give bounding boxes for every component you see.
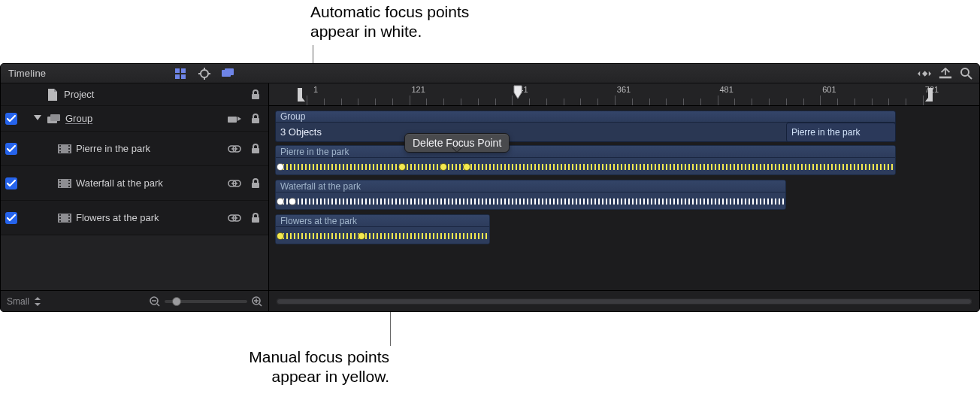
svg-rect-47 bbox=[59, 220, 61, 222]
focus-point-manual[interactable] bbox=[277, 232, 284, 240]
tree-row-clip[interactable]: Flowers at the park bbox=[1, 201, 268, 235]
filmstrip-icon bbox=[58, 142, 71, 156]
svg-rect-39 bbox=[68, 180, 70, 181]
context-menu-item[interactable]: Delete Focus Point bbox=[413, 137, 501, 149]
svg-line-56 bbox=[157, 304, 159, 306]
timeline-panel: Timeline bbox=[0, 63, 980, 312]
filmstrip-icon bbox=[58, 211, 71, 225]
time-ruler[interactable]: 1121241361481601721 bbox=[269, 83, 979, 106]
row-height-select[interactable]: Small bbox=[7, 296, 41, 307]
svg-rect-0 bbox=[175, 68, 180, 73]
callout-top: Automatic focus points appear in white. bbox=[310, 2, 543, 42]
zoom-in-icon[interactable] bbox=[252, 296, 262, 307]
header-zoom-icon[interactable] bbox=[960, 67, 973, 80]
zoom-out-icon[interactable] bbox=[150, 296, 160, 307]
svg-rect-51 bbox=[252, 217, 259, 223]
panel-header: Timeline bbox=[1, 64, 979, 83]
svg-marker-23 bbox=[237, 117, 241, 121]
lock-icon[interactable] bbox=[249, 112, 262, 126]
ruler-tick-minor bbox=[426, 98, 427, 105]
tracks-area: Group 3 Objects Pierre in the park Pier bbox=[269, 106, 979, 290]
svg-rect-48 bbox=[68, 214, 70, 216]
annotated-figure: { "callouts": { "top_text": "Automatic f… bbox=[0, 0, 980, 397]
focus-point-auto[interactable] bbox=[277, 163, 284, 171]
link-icon[interactable] bbox=[228, 142, 241, 156]
svg-marker-52 bbox=[35, 297, 41, 300]
in-point-marker-icon[interactable] bbox=[298, 88, 305, 102]
row-height-label: Small bbox=[7, 296, 29, 307]
focus-point-auto[interactable] bbox=[277, 198, 284, 205]
row-label: Project bbox=[64, 89, 244, 100]
group-header[interactable]: Group 3 Objects Pierre in the park bbox=[275, 111, 896, 150]
header-keyframe-nav-icon[interactable] bbox=[918, 67, 931, 80]
ruler-tick-minor bbox=[478, 98, 479, 105]
checkbox[interactable] bbox=[5, 177, 17, 189]
disclosure-triangle-icon[interactable] bbox=[34, 115, 43, 123]
clip-label: Pierre in the park bbox=[280, 147, 349, 157]
clip-waterfall[interactable]: Waterfall at the park bbox=[275, 180, 786, 210]
svg-rect-28 bbox=[59, 148, 61, 150]
sidebar-footer: Small bbox=[1, 290, 268, 311]
checkbox[interactable] bbox=[5, 113, 17, 125]
zoom-thumb[interactable] bbox=[172, 297, 181, 306]
focus-point-manual[interactable] bbox=[440, 163, 447, 171]
group-icon bbox=[47, 112, 61, 126]
group-inset-clip[interactable]: Pierre in the park bbox=[786, 123, 896, 142]
tree-row-project[interactable]: Project bbox=[1, 83, 268, 106]
clip-pierre[interactable]: Pierre in the park bbox=[275, 145, 896, 175]
ruler-tick-minor bbox=[461, 98, 461, 105]
ruler-label: 481 bbox=[719, 85, 733, 94]
svg-rect-41 bbox=[68, 186, 70, 187]
ruler-tick-minor bbox=[649, 98, 650, 105]
timeline-footer bbox=[269, 290, 979, 311]
ruler-tick-minor bbox=[358, 98, 358, 105]
svg-marker-53 bbox=[35, 303, 41, 306]
link-icon[interactable] bbox=[228, 211, 241, 225]
svg-rect-12 bbox=[922, 71, 927, 76]
link-icon[interactable] bbox=[228, 177, 241, 190]
callout-bottom: Manual focus points appear in yellow. bbox=[164, 347, 389, 387]
ruler-tick bbox=[820, 95, 821, 105]
svg-point-15 bbox=[961, 68, 969, 76]
focus-point-manual[interactable] bbox=[463, 163, 470, 171]
ruler-tick-minor bbox=[666, 98, 667, 105]
horizontal-scrollbar[interactable] bbox=[277, 297, 972, 306]
zoom-track[interactable] bbox=[165, 300, 247, 303]
group-filter-icon[interactable] bbox=[228, 112, 241, 126]
ruler-tick-minor bbox=[734, 98, 735, 105]
ruler-tick-minor bbox=[803, 98, 804, 105]
tree-row-clip[interactable]: Pierre in the park bbox=[1, 132, 268, 166]
tree-row-clip[interactable]: Waterfall at the park bbox=[1, 166, 268, 201]
header-layers-icon[interactable] bbox=[222, 67, 235, 80]
panel-title: Timeline bbox=[8, 68, 46, 79]
ruler-label: 121 bbox=[411, 85, 425, 94]
focus-point-auto[interactable] bbox=[289, 198, 296, 205]
ruler-tick-minor bbox=[564, 98, 564, 105]
header-gear-icon[interactable] bbox=[198, 67, 211, 80]
svg-rect-37 bbox=[59, 183, 61, 184]
header-snap-icon[interactable] bbox=[939, 67, 952, 80]
out-point-marker-icon[interactable] bbox=[925, 88, 933, 102]
group-inset-label: Pierre in the park bbox=[791, 127, 860, 138]
scrollbar-thumb[interactable] bbox=[277, 299, 972, 305]
tree-row-group[interactable]: Group bbox=[1, 106, 268, 132]
lock-icon[interactable] bbox=[249, 211, 262, 225]
focus-point-manual[interactable] bbox=[358, 232, 365, 240]
header-filter-icon[interactable] bbox=[174, 67, 187, 80]
ruler-tick bbox=[923, 95, 924, 105]
lock-icon[interactable] bbox=[249, 177, 262, 190]
ruler-tick-minor bbox=[341, 98, 342, 105]
svg-line-60 bbox=[259, 304, 262, 306]
clip-flowers[interactable]: Flowers at the park bbox=[275, 214, 490, 244]
ruler-tick-minor bbox=[769, 98, 770, 105]
checkbox[interactable] bbox=[5, 143, 17, 155]
focus-point-manual[interactable] bbox=[398, 163, 406, 171]
context-menu[interactable]: Delete Focus Point bbox=[404, 133, 510, 153]
svg-marker-19 bbox=[34, 115, 41, 120]
select-caret-icon bbox=[34, 297, 41, 306]
lock-icon[interactable] bbox=[249, 88, 262, 102]
svg-point-4 bbox=[201, 70, 208, 77]
zoom-slider[interactable] bbox=[150, 296, 262, 307]
lock-icon[interactable] bbox=[249, 142, 262, 156]
checkbox[interactable] bbox=[5, 212, 17, 224]
